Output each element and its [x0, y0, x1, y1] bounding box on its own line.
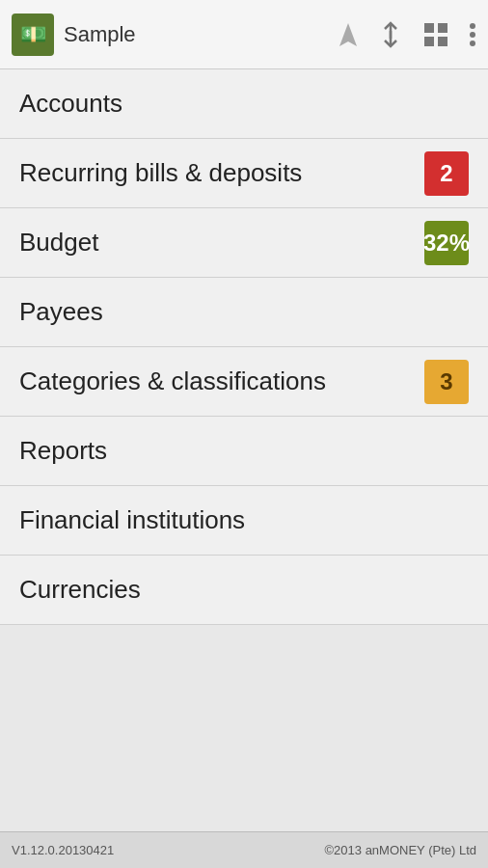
copyright-text: ©2013 anMONEY (Pte) Ltd [325, 843, 476, 857]
svg-point-9 [470, 41, 475, 46]
svg-point-8 [470, 32, 475, 38]
menu-item-recurring-bills[interactable]: Recurring bills & deposits2 [0, 139, 488, 208]
menu-item-reports[interactable]: Reports [0, 417, 488, 486]
menu-label-recurring-bills: Recurring bills & deposits [19, 158, 424, 188]
menu-label-accounts: Accounts [19, 89, 469, 119]
grid-icon[interactable] [422, 21, 449, 48]
svg-rect-5 [424, 37, 434, 46]
menu-label-payees: Payees [19, 297, 469, 327]
menu-item-accounts[interactable]: Accounts [0, 69, 488, 139]
top-bar: 💵 Sample [0, 0, 488, 69]
menu-item-financial-institutions[interactable]: Financial institutions [0, 486, 488, 556]
badge-recurring-bills: 2 [424, 151, 469, 196]
svg-marker-0 [339, 23, 357, 46]
version-text: V1.12.0.20130421 [12, 843, 114, 857]
svg-rect-3 [424, 23, 434, 33]
menu-item-categories[interactable]: Categories & classifications3 [0, 347, 488, 417]
more-icon[interactable] [469, 21, 476, 48]
menu-label-budget: Budget [19, 228, 424, 258]
menu-label-categories: Categories & classifications [19, 366, 424, 396]
menu-label-financial-institutions: Financial institutions [19, 505, 469, 535]
menu-item-currencies[interactable]: Currencies [0, 556, 488, 625]
menu-label-currencies: Currencies [19, 575, 469, 605]
footer: V1.12.0.20130421 ©2013 anMONEY (Pte) Ltd [0, 831, 488, 868]
badge-categories: 3 [424, 360, 469, 404]
svg-point-7 [470, 23, 475, 29]
menu-item-payees[interactable]: Payees [0, 278, 488, 347]
svg-rect-4 [438, 23, 447, 33]
svg-rect-6 [438, 37, 447, 46]
top-icons [338, 21, 476, 48]
app-icon: 💵 [12, 14, 54, 56]
signal-icon [338, 21, 359, 48]
badge-budget: 32% [424, 221, 469, 265]
menu-item-budget[interactable]: Budget32% [0, 208, 488, 278]
menu-label-reports: Reports [19, 436, 469, 466]
transfer-icon[interactable] [378, 21, 403, 48]
menu-list: AccountsRecurring bills & deposits2Budge… [0, 69, 488, 625]
app-title: Sample [64, 22, 328, 47]
